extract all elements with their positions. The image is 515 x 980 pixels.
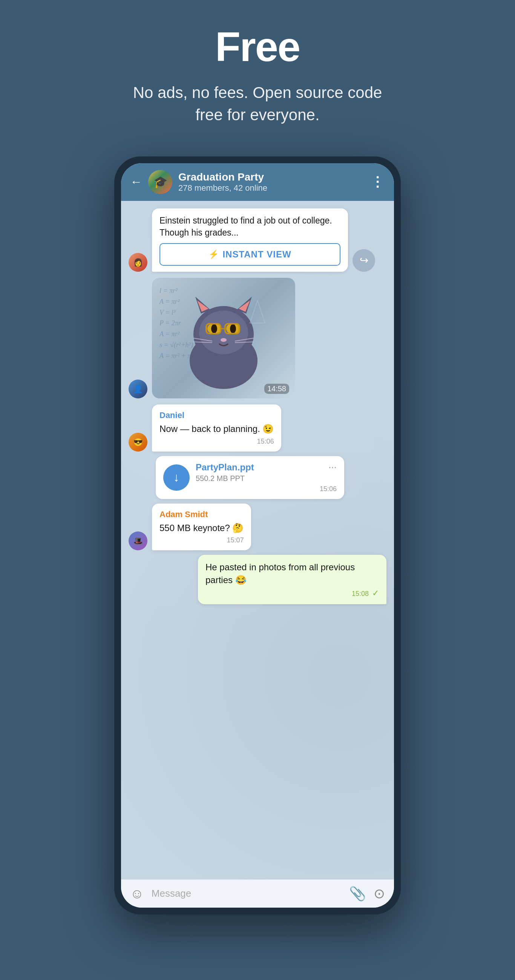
message-row: He pasted in photos from all previous pa…: [129, 555, 386, 604]
message-row: 🎩 Adam Smidt 550 MB keynote? 🤔 15:07: [129, 504, 386, 551]
message-text: He pasted in photos from all previous pa…: [206, 561, 379, 586]
avatar: 🎩: [129, 531, 147, 550]
file-info: PartyPlan.ppt ⋯ 550.2 MB PPT 15:06: [196, 462, 337, 493]
chat-name: Graduation Party: [178, 171, 365, 183]
message-row: 👩 Einstein struggled to find a job out o…: [129, 208, 386, 272]
message-input[interactable]: Message: [151, 888, 341, 899]
sender-name: Adam Smidt: [159, 510, 244, 519]
sticker-row: 👤 l = πr² A = πr² V = l³ P = 2πr A = πr²…: [129, 278, 386, 398]
message-time: 15:06: [159, 438, 274, 445]
back-button[interactable]: ←: [130, 175, 142, 189]
hero-subtitle: No ads, no fees. Open source code free f…: [126, 82, 389, 126]
sticker-background: l = πr² A = πr² V = l³ P = 2πr A = πr² s…: [152, 278, 295, 398]
svg-point-14: [220, 338, 226, 342]
message-time: 15:06: [196, 485, 337, 493]
message-text: Now — back to planning. 😉: [159, 423, 274, 435]
message-time: 15:07: [159, 536, 244, 544]
article-bubble: Einstein struggled to find a job out of …: [152, 208, 348, 272]
group-avatar-image: 🎓: [148, 170, 172, 194]
chat-avatar: 🎓: [148, 170, 172, 194]
file-size: 550.2 MB PPT: [196, 474, 337, 483]
lightning-icon: ⚡: [209, 250, 218, 259]
download-button[interactable]: ↓: [163, 465, 190, 491]
sender-name: Daniel: [159, 410, 274, 420]
avatar: 👩: [129, 253, 147, 272]
chat-menu-button[interactable]: ⋮: [371, 174, 385, 190]
message-bubble: Adam Smidt 550 MB keynote? 🤔 15:07: [152, 504, 251, 551]
file-name-row: PartyPlan.ppt ⋯: [196, 462, 337, 473]
input-actions: 📎 ⊙: [349, 886, 385, 902]
message-text: 550 MB keynote? 🤔: [159, 522, 244, 535]
attach-button[interactable]: 📎: [349, 886, 366, 902]
article-text: Einstein struggled to find a job out of …: [152, 208, 348, 243]
self-message-bubble: He pasted in photos from all previous pa…: [198, 555, 386, 604]
hero-title: Free: [215, 22, 300, 70]
share-button[interactable]: ↪: [352, 249, 375, 272]
camera-button[interactable]: ⊙: [374, 886, 385, 902]
message-row: 😎 Daniel Now — back to planning. 😉 15:06: [129, 404, 386, 452]
file-bubble: ↓ PartyPlan.ppt ⋯ 550.2 MB PPT 15:06: [156, 456, 344, 499]
read-checkmark: ✓: [372, 589, 379, 598]
avatar: 👤: [129, 380, 147, 398]
sticker-bubble: l = πr² A = πr² V = l³ P = 2πr A = πr² s…: [152, 278, 295, 398]
chat-header: ← 🎓 Graduation Party 278 members, 42 onl…: [121, 163, 394, 201]
emoji-button[interactable]: ☺: [130, 886, 144, 902]
svg-point-9: [211, 324, 217, 333]
chat-meta: 278 members, 42 online: [178, 183, 365, 193]
instant-view-label: INSTANT VIEW: [222, 249, 291, 260]
cat-sticker: [175, 285, 273, 391]
phone-mockup: ← 🎓 Graduation Party 278 members, 42 onl…: [114, 156, 401, 915]
message-bubble: Daniel Now — back to planning. 😉 15:06: [152, 404, 281, 452]
message-input-bar: ☺ Message 📎 ⊙: [121, 879, 394, 908]
chat-body: 👩 Einstein struggled to find a job out o…: [121, 201, 394, 879]
svg-marker-19: [250, 301, 265, 323]
avatar: 😎: [129, 433, 147, 452]
message-row: ↓ PartyPlan.ppt ⋯ 550.2 MB PPT 15:06: [129, 456, 386, 499]
phone-screen: ← 🎓 Graduation Party 278 members, 42 onl…: [121, 163, 394, 908]
file-options-button[interactable]: ⋯: [328, 463, 337, 472]
chat-info: Graduation Party 278 members, 42 online: [178, 171, 365, 193]
file-name: PartyPlan.ppt: [196, 462, 254, 473]
message-time: 15:08 ✓: [206, 589, 379, 598]
svg-point-10: [230, 324, 236, 333]
instant-view-button[interactable]: ⚡ INSTANT VIEW: [159, 243, 340, 266]
